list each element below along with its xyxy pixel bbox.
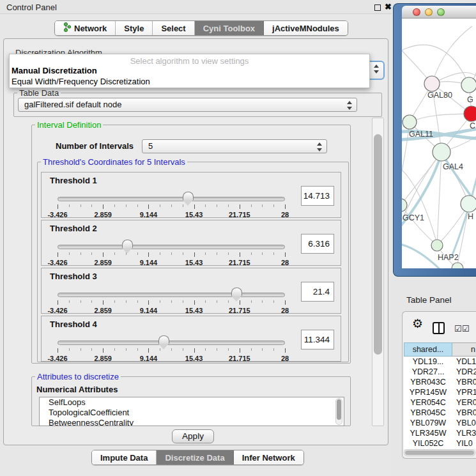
zoom-traffic-light-icon[interactable] <box>437 8 445 16</box>
cell-shared-name[interactable]: YLR345W <box>404 428 452 438</box>
tick-mark <box>183 252 183 255</box>
threshold-value-field[interactable]: 21.4 <box>301 282 334 302</box>
tick-mark <box>262 252 263 255</box>
slider-thumb[interactable] <box>158 335 169 344</box>
threshold-slider[interactable]: -3.4262.8599.14415.4321.71528 <box>58 290 285 313</box>
attributes-scrollbar-thumb[interactable] <box>337 399 341 420</box>
number-of-intervals-value: 5 <box>148 141 153 151</box>
tick-mark <box>183 348 183 351</box>
cell-shared-name[interactable]: YBL079W <box>404 418 452 428</box>
tab-jactivemnodules[interactable]: jActiveMNodules <box>264 21 348 35</box>
network-node-hap2[interactable] <box>431 240 443 251</box>
bottom-tab-impute-data[interactable]: Impute Data <box>92 450 157 464</box>
minimize-traffic-light-icon[interactable] <box>425 8 433 16</box>
table-row[interactable]: YDL19...YDL1 <box>404 357 476 367</box>
cell-name[interactable]: YBL0 <box>452 418 476 428</box>
column-header-name[interactable]: n <box>452 342 476 357</box>
network-node-gal11[interactable] <box>403 115 417 129</box>
network-window: GAL80GCGAL11GAL4GCY1HHAP2 <box>393 3 476 277</box>
panel-scrollbar[interactable] <box>372 118 384 426</box>
table-hscrollbar-thumb[interactable] <box>405 450 474 455</box>
panel-scrollbar-thumb[interactable] <box>374 134 382 355</box>
number-of-intervals-label: Number of Intervals <box>56 141 134 151</box>
tab-network[interactable]: Network <box>55 21 116 35</box>
slider-track[interactable] <box>58 245 285 249</box>
threshold-panel-4: Threshold 4-3.4262.8599.14415.4321.71528… <box>41 316 341 362</box>
cell-shared-name[interactable]: YBR043C <box>404 377 452 387</box>
threshold-value-field[interactable]: 14.713 <box>301 186 334 206</box>
cell-shared-name[interactable]: YIL052C <box>404 438 452 449</box>
tick-mark <box>205 300 206 303</box>
slider-track[interactable] <box>58 293 285 297</box>
tick-mark <box>217 204 217 207</box>
threshold-value-field[interactable]: 6.316 <box>301 234 334 254</box>
cell-shared-name[interactable]: YDR27... <box>404 367 452 377</box>
cell-name[interactable]: YDL1 <box>452 357 476 367</box>
threshold-slider[interactable]: -3.4262.8599.14415.4321.71528 <box>58 194 285 217</box>
table-row[interactable]: YLR345WYLR3 <box>404 428 476 438</box>
cell-name[interactable]: YBR0 <box>452 377 476 387</box>
cell-name[interactable]: YER0 <box>452 397 476 408</box>
cell-name[interactable]: YPR1 <box>452 387 476 397</box>
slider-thumb[interactable] <box>231 288 242 296</box>
cell-shared-name[interactable]: YER054C <box>404 397 452 408</box>
cell-shared-name[interactable]: YPR145W <box>404 387 452 397</box>
attribute-item-selfloops[interactable]: SelfLoops <box>40 397 344 408</box>
tab-style[interactable]: Style <box>116 21 153 35</box>
slider-thumb[interactable] <box>183 192 194 200</box>
apply-button[interactable]: Apply <box>172 429 214 443</box>
network-node-gal80[interactable] <box>424 76 440 91</box>
node-label: G <box>467 95 473 104</box>
tab-select[interactable]: Select <box>153 21 194 35</box>
threshold-value-field[interactable]: 11.344 <box>301 330 334 349</box>
numerical-attributes-list: SelfLoopsTopologicalCoefficientBetweenne… <box>39 397 344 426</box>
cell-name[interactable]: YIL0 <box>452 438 476 449</box>
network-node-gal4[interactable] <box>433 143 450 161</box>
network-node-h[interactable] <box>461 196 476 212</box>
table-row[interactable]: YBR045CYBR0 <box>404 408 476 418</box>
float-icon[interactable] <box>374 4 381 11</box>
table-row[interactable]: YDR27...YDR2 <box>404 367 476 377</box>
attributes-group-label: Attributes to discretize <box>35 372 121 381</box>
network-node[interactable] <box>452 263 463 268</box>
cell-shared-name[interactable]: YBR045C <box>404 408 452 418</box>
dropdown-arrows-icon <box>373 65 379 73</box>
table-hscrollbar[interactable] <box>404 449 475 456</box>
cell-name[interactable]: YBR0 <box>452 408 476 418</box>
table-row[interactable]: YPR145WYPR1 <box>404 387 476 397</box>
slider-track[interactable] <box>58 341 285 345</box>
slider-track[interactable] <box>58 197 285 201</box>
attribute-item-topologicalcoefficient[interactable]: TopologicalCoefficient <box>40 408 344 418</box>
tab-cyni-toolbox[interactable]: Cyni Toolbox <box>195 21 264 35</box>
algorithm-option-equal-width-frequency-discretization[interactable]: Equal Width/Frequency Discretization <box>10 76 369 87</box>
algorithm-option-manual-discretization[interactable]: Manual Discretization <box>10 65 369 76</box>
close-icon[interactable]: ✖ <box>385 2 392 12</box>
number-of-intervals-combobox[interactable]: 5 <box>142 139 327 153</box>
table-row[interactable]: YBR043CYBR0 <box>404 377 476 387</box>
table-data-combobox[interactable]: galFiltered.sif default node <box>18 98 357 112</box>
slider-thumb[interactable] <box>122 240 133 248</box>
checkbox-icon[interactable]: ☑ <box>462 325 470 333</box>
threshold-slider[interactable]: -3.4262.8599.14415.4321.71528 <box>58 242 285 265</box>
columns-icon[interactable] <box>433 322 445 334</box>
attribute-item-betweennesscentrality[interactable]: BetweennessCentrality <box>40 418 344 426</box>
table-row[interactable]: YER054CYER0 <box>404 397 476 408</box>
bottom-tab-infer-network[interactable]: Infer Network <box>234 450 303 464</box>
attributes-scrollbar[interactable] <box>335 398 342 425</box>
network-node-g[interactable] <box>461 77 476 93</box>
tick-mark <box>114 252 115 255</box>
network-canvas[interactable]: GAL80GCGAL11GAL4GCY1HHAP2 <box>402 19 476 268</box>
cell-shared-name[interactable]: YDL19... <box>404 357 452 367</box>
cell-name[interactable]: YLR3 <box>452 428 476 438</box>
threshold-slider[interactable]: -3.4262.8599.14415.4321.71528 <box>58 338 285 361</box>
table-row[interactable]: YIL052CYIL0 <box>404 438 476 449</box>
table-row[interactable]: YBL079WYBL0 <box>404 418 476 428</box>
cell-name[interactable]: YDR2 <box>452 367 476 377</box>
bottom-tab-discretize-data[interactable]: Discretize Data <box>157 450 233 464</box>
network-node-gcy1[interactable] <box>402 199 407 211</box>
column-header-shared-name[interactable]: shared... <box>404 342 452 357</box>
close-traffic-light-icon[interactable] <box>413 8 420 16</box>
gear-icon[interactable]: ⚙ <box>412 318 423 330</box>
checkbox-icon[interactable]: ☑ <box>454 325 462 333</box>
network-node-c[interactable] <box>464 106 476 121</box>
